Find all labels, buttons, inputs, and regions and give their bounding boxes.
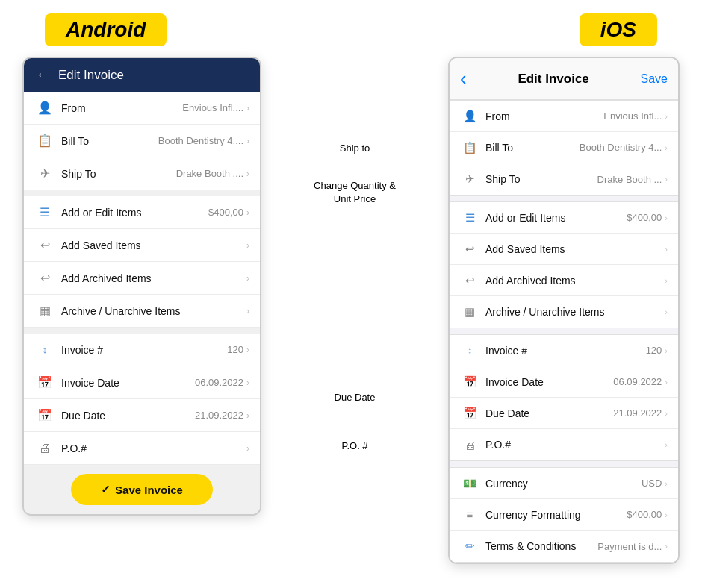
android-item-saved-items[interactable]: ↩ Add Saved Items › <box>24 229 260 262</box>
ios-currency-icon: 💵 <box>460 477 479 490</box>
ios-invoice-date-value: 06.09.2022 <box>613 376 662 387</box>
android-title: Edit Invoice <box>58 68 124 83</box>
ios-item-saved[interactable]: ↩ Add Saved Items › <box>450 234 678 265</box>
android-save-btn-row: ✓ Save Invoice <box>24 465 260 514</box>
ios-po-label: P.O.# <box>485 439 662 451</box>
ios-edit-items-value: $400,00 <box>627 212 662 223</box>
android-item-from[interactable]: 👤 From Envious Infl.... › <box>24 92 260 125</box>
ios-archived-chevron: › <box>665 276 668 285</box>
shipto-value: Drake Booth .... <box>176 168 243 179</box>
ios-list: 👤 From Envious Infl... › 📋 Bill To Booth… <box>450 100 678 563</box>
ios-phone: ‹ Edit Invoice Save 👤 From Envious Infl.… <box>448 57 680 564</box>
ship-to-annotation: Ship to <box>340 142 370 155</box>
ios-po-chevron: › <box>665 440 668 449</box>
android-item-po[interactable]: 🖨 P.O.# › <box>24 432 260 465</box>
shipto-chevron: › <box>246 169 249 179</box>
due-date-value: 21.09.2022 <box>195 410 243 421</box>
from-label: From <box>61 102 182 114</box>
ios-item-po[interactable]: 🖨 P.O.# › <box>450 429 678 460</box>
ios-back-button[interactable]: ‹ <box>460 67 467 90</box>
android-item-invoice-date[interactable]: 📅 Invoice Date 06.09.2022 › <box>24 366 260 399</box>
ios-po-icon: 🖨 <box>460 439 479 451</box>
ios-item-archive[interactable]: ▦ Archive / Unarchive Items › <box>450 296 678 328</box>
android-phone: ← Edit Invoice 👤 From Envious Infl.... ›… <box>22 57 261 516</box>
archive-chevron: › <box>246 306 249 316</box>
android-section-dates: ↕ Invoice # 120 › 📅 Invoice Date 06.09.2… <box>24 334 260 465</box>
ios-archive-chevron: › <box>665 307 668 316</box>
due-date-icon: 📅 <box>34 408 55 422</box>
android-item-edit-items[interactable]: ☰ Add or Edit Items $400,00 › <box>24 196 260 229</box>
ios-header: ‹ Edit Invoice Save <box>450 58 678 100</box>
android-item-archive[interactable]: ▦ Archive / Unarchive Items › <box>24 295 260 328</box>
ios-item-billto[interactable]: 📋 Bill To Booth Dentistry 4... › <box>450 132 678 163</box>
edit-items-chevron: › <box>246 207 249 218</box>
ios-terms-label: Terms & Conditions <box>485 540 597 552</box>
android-item-billto[interactable]: 📋 Bill To Booth Dentistry 4.... › <box>24 125 260 157</box>
ios-item-invoice-num[interactable]: ↕ Invoice # 120 › <box>450 335 678 366</box>
ios-from-value: Envious Infl... <box>603 110 662 122</box>
ios-item-archived[interactable]: ↩ Add Archived Items › <box>450 265 678 296</box>
invoice-num-icon: ↕ <box>34 344 55 355</box>
from-value: Envious Infl.... <box>182 102 243 113</box>
billto-value: Booth Dentistry 4.... <box>158 135 243 146</box>
ios-due-date-icon: 📅 <box>460 407 479 420</box>
due-date-annotation: Due Date <box>335 392 376 403</box>
invoice-num-chevron: › <box>246 345 249 355</box>
ios-shipto-icon: ✈ <box>460 172 479 186</box>
shipto-icon: ✈ <box>34 166 55 181</box>
android-item-invoice-num[interactable]: ↕ Invoice # 120 › <box>24 334 260 366</box>
from-chevron: › <box>246 103 249 113</box>
save-invoice-button[interactable]: ✓ Save Invoice <box>71 474 213 505</box>
android-item-archived-items[interactable]: ↩ Add Archived Items › <box>24 262 260 295</box>
ios-shipto-label: Ship To <box>485 173 597 185</box>
ios-item-invoice-date[interactable]: 📅 Invoice Date 06.09.2022 › <box>450 366 678 398</box>
ios-due-date-value: 21.09.2022 <box>613 407 662 419</box>
ios-billto-icon: 📋 <box>460 141 479 154</box>
ios-terms-chevron: › <box>665 542 668 551</box>
edit-items-value: $400,00 <box>208 207 243 218</box>
ios-title: Edit Invoice <box>518 72 588 87</box>
android-back-button[interactable]: ← <box>36 67 49 83</box>
ios-save-button[interactable]: Save <box>641 72 668 86</box>
invoice-date-value: 06.09.2022 <box>195 377 243 388</box>
billto-label: Bill To <box>61 135 158 147</box>
android-item-shipto[interactable]: ✈ Ship To Drake Booth .... › <box>24 157 260 190</box>
ios-item-currency[interactable]: 💵 Currency USD › <box>450 468 678 499</box>
android-label: Android <box>45 13 167 46</box>
ios-terms-value: Payment is d... <box>597 541 662 552</box>
edit-items-label: Add or Edit Items <box>61 207 208 219</box>
archive-label: Archive / Unarchive Items <box>61 305 243 317</box>
saved-items-chevron: › <box>246 240 249 251</box>
ios-billto-value: Booth Dentistry 4... <box>580 142 662 153</box>
ios-from-chevron: › <box>665 112 668 121</box>
android-item-due-date[interactable]: 📅 Due Date 21.09.2022 › <box>24 399 260 432</box>
po-label: P.O.# <box>61 442 243 454</box>
po-chevron: › <box>246 443 249 454</box>
ios-currency-fmt-label: Currency Formatting <box>485 509 627 521</box>
billto-chevron: › <box>246 136 249 146</box>
ios-billto-label: Bill To <box>485 142 580 154</box>
ios-section-dates: ↕ Invoice # 120 › 📅 Invoice Date 06.09.2… <box>450 334 678 461</box>
billto-icon: 📋 <box>34 134 55 148</box>
ios-archived-label: Add Archived Items <box>485 275 662 287</box>
android-header: ← Edit Invoice <box>24 58 260 92</box>
ios-edit-items-chevron: › <box>665 213 668 222</box>
ios-invoice-num-icon: ↕ <box>460 345 479 356</box>
ios-invoice-num-chevron: › <box>665 346 668 355</box>
ios-item-terms[interactable]: ✏ Terms & Conditions Payment is d... › <box>450 531 678 562</box>
ios-invoice-num-label: Invoice # <box>485 345 646 357</box>
po-icon: 🖨 <box>34 442 55 455</box>
ios-saved-label: Add Saved Items <box>485 243 662 255</box>
ios-due-date-label: Due Date <box>485 407 613 419</box>
ios-item-currency-fmt[interactable]: ≡ Currency Formatting $400,00 › <box>450 499 678 531</box>
ios-section-items: ☰ Add or Edit Items $400,00 › ↩ Add Save… <box>450 201 678 328</box>
archived-items-label: Add Archived Items <box>61 272 243 284</box>
ios-item-edit-items[interactable]: ☰ Add or Edit Items $400,00 › <box>450 202 678 234</box>
ios-item-from[interactable]: 👤 From Envious Infl... › <box>450 101 678 132</box>
ios-item-due-date[interactable]: 📅 Due Date 21.09.2022 › <box>450 398 678 429</box>
ios-item-shipto[interactable]: ✈ Ship To Drake Booth ... › <box>450 163 678 195</box>
person-icon: 👤 <box>34 101 55 115</box>
po-annotation: P.O. # <box>341 440 367 451</box>
ios-currency-chevron: › <box>665 479 668 488</box>
ios-archive-icon: ▦ <box>460 305 479 319</box>
